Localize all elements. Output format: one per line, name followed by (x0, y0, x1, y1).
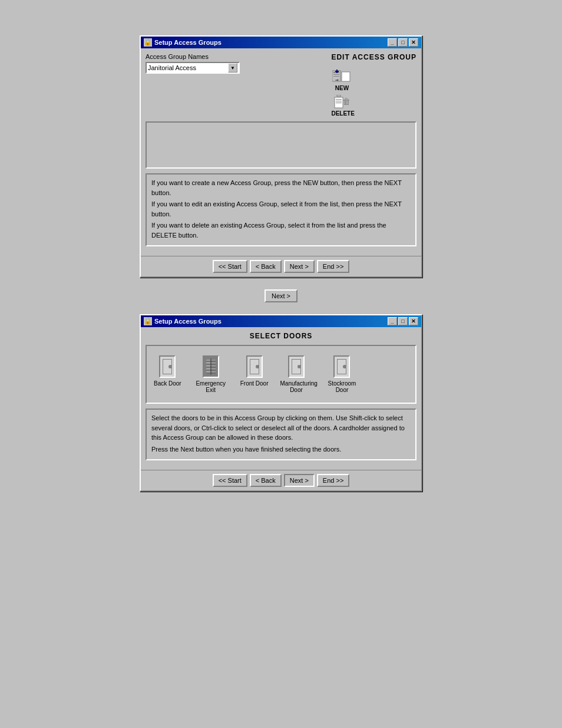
back-door-icon (159, 355, 176, 378)
nav-bar-2: << Start < Back Next > End >> (141, 470, 421, 490)
svg-rect-15 (206, 360, 210, 374)
svg-text:⇒: ⇒ (335, 78, 339, 82)
titlebar-controls-1: _ □ ✕ (388, 38, 418, 47)
new-btn-label: NEW (335, 85, 349, 91)
next-btn-2[interactable]: Next > (284, 474, 315, 487)
emergency-exit-label: Emergency Exit (193, 380, 229, 393)
door-item-front-door[interactable]: Front Door (240, 355, 269, 393)
dialog-body-1: Access Group Names Janitorial Access ▼ E… (141, 48, 421, 256)
svg-rect-11 (336, 103, 342, 103)
titlebar-controls-2: _ □ ✕ (388, 317, 418, 325)
door-item-back-door[interactable]: Back Door (154, 355, 181, 393)
svg-rect-9 (336, 99, 342, 100)
emergency-exit-icon (203, 355, 219, 378)
titlebar-left-1: 🔒 Setup Access Groups (144, 38, 222, 47)
left-col-1: Access Group Names Janitorial Access ▼ (146, 53, 322, 117)
info-line-1-2: If you want to edit an existing Access G… (151, 199, 411, 219)
back-btn-1[interactable]: < Back (250, 260, 282, 273)
close-btn-1[interactable]: ✕ (409, 38, 418, 47)
dialog-setup-access-groups-1: 🔒 Setup Access Groups _ □ ✕ Access Group… (140, 35, 422, 278)
end-btn-1[interactable]: End >> (317, 260, 349, 273)
svg-text:🗑: 🗑 (342, 97, 351, 106)
access-group-dropdown[interactable]: Janitorial Access ▼ (146, 62, 240, 74)
manufacturing-door-label: Manufacturing Door (280, 380, 312, 393)
spacer-area-1 (146, 121, 416, 169)
front-door-label: Front Door (240, 380, 269, 387)
door-item-stockroom-door[interactable]: Stockroom Door (324, 355, 359, 393)
svg-rect-2 (333, 74, 339, 75)
doors-container: Back Door (146, 345, 416, 404)
app-icon-1: 🔒 (144, 38, 152, 47)
close-btn-2[interactable]: ✕ (409, 317, 418, 325)
right-col-1: EDIT ACCESS GROUP ⇒ (331, 53, 416, 117)
info-box-2: Select the doors to be in this Access Gr… (146, 409, 416, 460)
svg-rect-10 (336, 101, 342, 101)
start-btn-2[interactable]: << Start (213, 474, 247, 487)
info-line-1-1: If you want to create a new Access Group… (151, 178, 411, 197)
info-line-2-2: Press the Next button when you have fini… (151, 444, 411, 454)
svg-rect-4 (342, 72, 350, 81)
maximize-btn-1[interactable]: □ (398, 38, 408, 47)
arrow-container: Next > (265, 289, 297, 302)
minimize-btn-2[interactable]: _ (388, 317, 397, 325)
next-btn-1[interactable]: Next > (284, 260, 315, 273)
delete-icon: 🗑 (332, 94, 353, 110)
stockroom-door-label: Stockroom Door (324, 380, 359, 393)
svg-rect-3 (333, 76, 339, 77)
select-doors-header: SELECT DOORS (146, 332, 416, 340)
main-content-1: Access Group Names Janitorial Access ▼ E… (146, 53, 416, 117)
dialog-setup-access-groups-2: 🔒 Setup Access Groups _ □ ✕ SELECT DOORS… (140, 314, 422, 492)
dialog-title-1: Setup Access Groups (154, 39, 222, 46)
svg-rect-16 (211, 360, 216, 374)
door-item-emergency-exit[interactable]: Emergency Exit (193, 355, 229, 393)
titlebar-2: 🔒 Setup Access Groups _ □ ✕ (141, 315, 421, 327)
new-button[interactable]: ⇒ NEW (331, 68, 352, 91)
back-btn-2[interactable]: < Back (250, 474, 282, 487)
info-line-2-1: Select the doors to be in this Access Gr… (151, 413, 411, 443)
manufacturing-door-icon (288, 355, 305, 378)
end-btn-2[interactable]: End >> (317, 474, 349, 487)
dropdown-arrow[interactable]: ▼ (228, 63, 237, 73)
dialog-body-2: SELECT DOORS Back Door (141, 327, 421, 470)
back-door-label: Back Door (154, 380, 181, 387)
titlebar-left-2: 🔒 Setup Access Groups (144, 317, 222, 325)
next-arrow-button[interactable]: Next > (265, 289, 297, 302)
stockroom-door-icon (333, 355, 350, 378)
dialog-title-2: Setup Access Groups (154, 318, 222, 325)
minimize-btn-1[interactable]: _ (388, 38, 397, 47)
edit-access-group-header: EDIT ACCESS GROUP (331, 53, 416, 61)
maximize-btn-2[interactable]: □ (398, 317, 408, 325)
info-line-1-3: If you want to delete an existing Access… (151, 220, 411, 240)
dropdown-value: Janitorial Access (148, 64, 196, 71)
titlebar-1: 🔒 Setup Access Groups _ □ ✕ (141, 37, 421, 48)
svg-rect-12 (337, 95, 340, 97)
doors-area: Back Door (151, 351, 411, 398)
delete-button[interactable]: 🗑 DELETE (331, 94, 354, 117)
front-door-icon (246, 355, 263, 378)
app-icon-2: 🔒 (144, 317, 152, 325)
start-btn-1[interactable]: << Start (213, 260, 247, 273)
access-group-names-label: Access Group Names (146, 53, 322, 60)
info-box-1: If you want to create a new Access Group… (146, 173, 416, 246)
delete-btn-label: DELETE (331, 110, 354, 117)
door-item-manufacturing-door[interactable]: Manufacturing Door (280, 355, 312, 393)
nav-bar-1: << Start < Back Next > End >> (141, 256, 421, 276)
new-icon: ⇒ (331, 68, 352, 85)
